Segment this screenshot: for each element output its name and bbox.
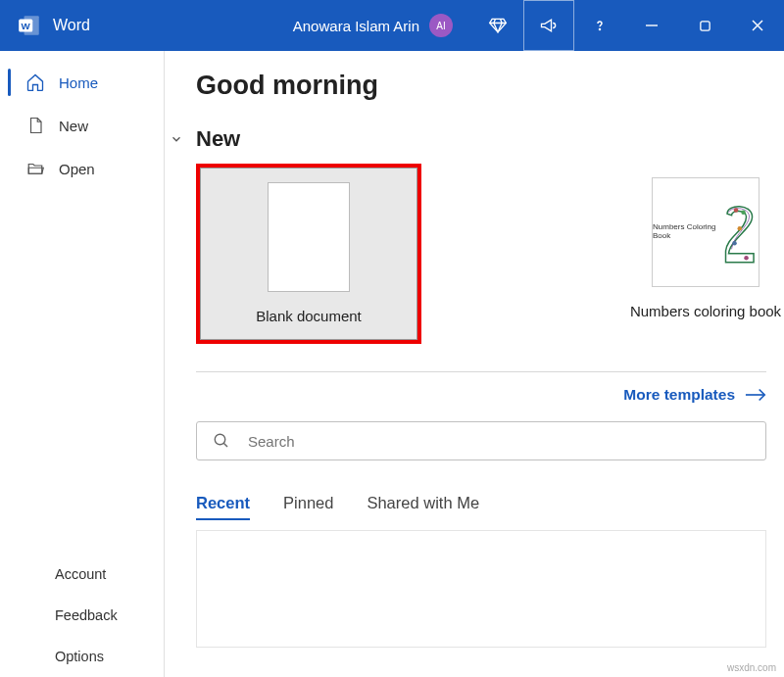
search-icon bbox=[213, 432, 230, 450]
svg-point-3 bbox=[599, 28, 600, 29]
svg-line-15 bbox=[223, 443, 227, 447]
tab-recent[interactable]: Recent bbox=[196, 494, 250, 520]
sidebar-item-new[interactable]: New bbox=[0, 104, 164, 147]
user-account[interactable]: Anowara Islam Arin AI bbox=[293, 14, 453, 37]
svg-point-11 bbox=[733, 241, 738, 246]
main-content: Good morning New Blank document Numbers … bbox=[165, 51, 784, 677]
word-logo-icon: W bbox=[16, 12, 43, 39]
template-numbers-coloring-book[interactable]: Numbers Coloring Book Numbers coloring b… bbox=[617, 164, 784, 344]
arrow-right-icon bbox=[745, 388, 766, 402]
sidebar-item-label: Account bbox=[55, 566, 106, 582]
more-templates-link[interactable]: More templates bbox=[196, 386, 766, 404]
tab-label: Recent bbox=[196, 494, 250, 511]
recent-tabs: Recent Pinned Shared with Me bbox=[196, 494, 766, 520]
svg-point-8 bbox=[734, 208, 739, 213]
sidebar-item-label: Home bbox=[59, 74, 98, 91]
svg-rect-5 bbox=[700, 21, 709, 29]
number-two-icon bbox=[721, 188, 759, 276]
titlebar: W Word Anowara Islam Arin AI bbox=[0, 0, 784, 51]
sidebar-item-account[interactable]: Account bbox=[0, 554, 164, 595]
sidebar-item-options[interactable]: Options bbox=[0, 636, 164, 677]
svg-point-12 bbox=[745, 256, 750, 261]
blank-page-thumbnail bbox=[268, 182, 350, 292]
sidebar-item-feedback[interactable]: Feedback bbox=[0, 595, 164, 636]
sidebar-item-label: Options bbox=[55, 649, 104, 664]
tab-pinned[interactable]: Pinned bbox=[283, 494, 333, 520]
folder-icon bbox=[25, 159, 45, 178]
megaphone-icon[interactable] bbox=[523, 0, 574, 51]
tab-shared-with-me[interactable]: Shared with Me bbox=[367, 494, 479, 520]
svg-point-14 bbox=[215, 434, 225, 445]
search-box[interactable] bbox=[196, 421, 766, 460]
chevron-down-icon bbox=[167, 129, 186, 149]
svg-point-10 bbox=[738, 226, 743, 231]
template-label: Numbers coloring book bbox=[630, 303, 781, 319]
coloring-book-thumbnail: Numbers Coloring Book bbox=[652, 177, 760, 287]
greeting: Good morning bbox=[196, 71, 766, 101]
sidebar-item-open[interactable]: Open bbox=[0, 147, 164, 190]
help-icon[interactable] bbox=[574, 0, 625, 51]
thumbnail-text: Numbers Coloring Book bbox=[653, 223, 717, 241]
template-label: Blank document bbox=[256, 308, 362, 324]
sidebar-item-home[interactable]: Home bbox=[0, 61, 164, 104]
tab-label: Shared with Me bbox=[367, 494, 479, 511]
sidebar: Home New Open Account Feedback Options bbox=[0, 51, 165, 677]
document-icon bbox=[25, 116, 45, 135]
home-icon bbox=[25, 73, 45, 92]
sidebar-item-label: New bbox=[59, 118, 88, 134]
more-templates-label: More templates bbox=[623, 386, 735, 404]
avatar: AI bbox=[429, 14, 453, 37]
recent-documents-area bbox=[196, 530, 766, 648]
svg-point-9 bbox=[742, 210, 747, 215]
maximize-button[interactable] bbox=[678, 0, 731, 51]
diamond-icon[interactable] bbox=[472, 0, 523, 51]
sidebar-item-label: Feedback bbox=[55, 607, 118, 623]
section-title: New bbox=[196, 126, 240, 152]
search-input[interactable] bbox=[248, 433, 750, 450]
tab-label: Pinned bbox=[283, 494, 333, 511]
app-name: Word bbox=[53, 17, 90, 34]
template-blank-document[interactable]: Blank document bbox=[196, 164, 421, 344]
minimize-button[interactable] bbox=[625, 0, 678, 51]
watermark: wsxdn.com bbox=[727, 662, 776, 673]
svg-text:W: W bbox=[22, 21, 31, 31]
user-name: Anowara Islam Arin bbox=[293, 18, 419, 34]
close-button[interactable] bbox=[731, 0, 784, 51]
sidebar-item-label: Open bbox=[59, 161, 95, 177]
new-section-header[interactable]: New bbox=[167, 126, 766, 152]
